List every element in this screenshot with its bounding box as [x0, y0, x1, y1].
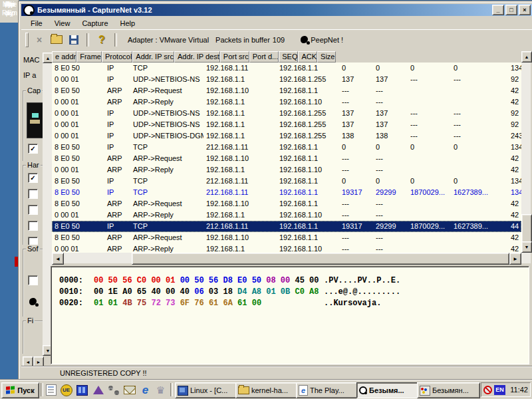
disabled-device-icon[interactable]: [483, 386, 492, 394]
vmware-icon: [178, 386, 188, 396]
menu-item[interactable]: Help: [119, 19, 137, 28]
triangle-icon[interactable]: [91, 383, 105, 397]
titlebar[interactable]: Безымянный - CaptureNet v3.12 _ □ ×: [21, 4, 532, 16]
taskbar-button-label: The Play...: [310, 386, 344, 394]
cell-port-dest: 0: [373, 63, 408, 74]
cell-port-src: 138: [339, 130, 373, 142]
column-header[interactable]: Addr. IP src: [132, 51, 174, 63]
table-row[interactable]: 0 00 01 IP UDP->NETBIOS-NS 192.168.1.1 1…: [52, 108, 521, 119]
checkbox[interactable]: [28, 275, 38, 285]
cell-seq: 1870029...: [408, 187, 451, 198]
sidebar-horizontal-scrollbar[interactable]: ◄ ►: [23, 356, 44, 366]
save-button[interactable]: [66, 32, 82, 48]
start-label: Пуск: [17, 386, 34, 394]
taskbar-button-paint[interactable]: Безымян...: [417, 382, 480, 398]
table-row[interactable]: 0 00 01 ARP ARP->Reply 192.168.1.1 192.1…: [52, 96, 521, 108]
menu-item[interactable]: File: [29, 19, 44, 28]
horizontal-scroll-thumb[interactable]: [132, 253, 509, 265]
scroll-up-icon[interactable]: ▲: [521, 51, 532, 63]
table-row[interactable]: 8 E0 50 ARP ARP->Request 192.168.1.10 19…: [52, 198, 521, 209]
notepad-icon[interactable]: [44, 383, 58, 397]
desktop-icon-label[interactable]: кур: [1, 0, 19, 9]
gears-icon[interactable]: [106, 383, 120, 397]
cell-ip-dest: 192.168.1.10: [277, 164, 339, 176]
checkbox[interactable]: [28, 205, 38, 215]
table-row[interactable]: 8 E0 50 IP TCP 212.168.1.11 192.168.1.1 …: [52, 187, 521, 198]
taskbar-button-linux[interactable]: Linux - [C...: [175, 382, 238, 398]
help-button[interactable]: ?: [94, 32, 110, 48]
ie-icon[interactable]: e: [138, 383, 152, 397]
cell-ip-dest: 192.168.1.255: [277, 119, 339, 130]
taskbar-button-kernel[interactable]: kernel-ha...: [235, 382, 299, 398]
cell-ack: [451, 153, 508, 164]
taskbar-button-capturenet[interactable]: Безымя...: [356, 382, 420, 398]
cell-ip-src: 212.168.1.11: [203, 176, 277, 187]
table-row[interactable]: 8 E0 50 IP TCP 192.168.1.11 192.168.1.1 …: [52, 63, 521, 74]
help-icon: ?: [98, 34, 105, 46]
table-row[interactable]: 8 E0 50 IP TCP 212.168.1.11 192.168.1.1 …: [52, 142, 521, 153]
table-row[interactable]: 8 E0 50 ARP ARP->Request 192.168.1.10 19…: [52, 232, 521, 243]
hex-byte-group: 45 00: [295, 276, 319, 285]
scroll-right-icon[interactable]: ►: [509, 253, 521, 265]
ultraedit-icon[interactable]: UE: [59, 383, 73, 397]
table-row[interactable]: 0 00 01 IP UDP->NETBIOS-DGM 192.168.1.1 …: [52, 130, 521, 142]
column-header[interactable]: Port d...: [249, 51, 279, 63]
taskbar-button-theplay[interactable]: e The Play...: [296, 382, 359, 398]
cell-size: 92: [508, 119, 521, 130]
table-row[interactable]: 0 00 01 ARP ARP->Reply 192.168.1.1 192.1…: [52, 164, 521, 176]
scroll-left-icon[interactable]: ◄: [23, 356, 33, 366]
table-row[interactable]: 0 00 01 ARP ARP->Reply 192.168.1.1 192.1…: [52, 209, 521, 221]
scroll-down-icon[interactable]: ▼: [521, 241, 532, 253]
table-horizontal-scrollbar[interactable]: ◄ ►: [52, 253, 521, 263]
scroll-right-icon[interactable]: ►: [33, 356, 44, 366]
column-header[interactable]: Protocol: [102, 51, 132, 63]
column-header[interactable]: Frame: [76, 51, 102, 63]
column-header[interactable]: Addr. IP dest: [174, 51, 220, 63]
delete-button[interactable]: ×: [31, 32, 47, 48]
start-button[interactable]: Пуск: [1, 382, 39, 398]
checkbox[interactable]: [28, 189, 38, 199]
maximize-button[interactable]: □: [505, 5, 517, 15]
column-header[interactable]: SEQ: [279, 51, 298, 63]
scroll-left-icon[interactable]: ◄: [52, 253, 64, 265]
checkbox[interactable]: ✓: [28, 173, 38, 183]
vertical-scroll-thumb[interactable]: [521, 214, 532, 243]
column-header[interactable]: e addr: [52, 51, 76, 63]
column-header[interactable]: Size: [317, 51, 335, 63]
column-header[interactable]: ACK: [298, 51, 317, 63]
checkbox[interactable]: ✓: [28, 144, 38, 154]
peepnet-label[interactable]: PeepNet !: [311, 36, 343, 44]
taskbar: Пуск UE e ♛ Linux - [C... kernel-ha... e…: [0, 380, 532, 399]
mail-icon[interactable]: [122, 383, 136, 397]
cell-ack: [451, 96, 508, 108]
cell-eth-addr: 8 E0 50: [52, 232, 104, 243]
column-header[interactable]: Port src: [220, 51, 249, 63]
language-indicator[interactable]: EN: [494, 385, 505, 395]
table-vertical-scrollbar[interactable]: ▲ ▼: [521, 51, 531, 263]
table-row[interactable]: 0 00 01 IP UDP->NETBIOS-NS 192.168.1.1 1…: [52, 74, 521, 85]
table-row[interactable]: 8 E0 50 ARP ARP->Request 192.168.1.10 19…: [52, 85, 521, 96]
open-button[interactable]: [49, 32, 65, 48]
minimize-button[interactable]: _: [492, 5, 504, 15]
checkbox[interactable]: [28, 221, 38, 231]
menu-item[interactable]: Capture: [80, 19, 109, 28]
table-body: 8 E0 50 IP TCP 192.168.1.11 192.168.1.1 …: [52, 63, 521, 255]
table-row[interactable]: 8 E0 50 IP TCP 212.168.1.11 192.168.1.1 …: [52, 221, 521, 232]
clock: 11:42: [507, 386, 528, 394]
scroll-up-icon[interactable]: ▲: [43, 53, 52, 63]
table-row[interactable]: 0 00 01 IP UDP->NETBIOS-NS 192.168.1.1 1…: [52, 119, 521, 130]
hex-line: 0020: 01 01 4B 75 72 73 6F 76 61 6A 61 0…: [59, 299, 529, 310]
cell-size: 42: [508, 153, 521, 164]
hand-icon: [29, 298, 37, 305]
peepnet-icon[interactable]: [301, 36, 308, 43]
packets-label: Packets in buffer: [215, 36, 270, 44]
book-icon[interactable]: [75, 383, 89, 397]
cell-protocol: UDP->NETBIOS-DGM: [130, 130, 203, 142]
table-row[interactable]: 8 E0 50 ARP ARP->Request 192.168.1.10 19…: [52, 153, 521, 164]
cell-ip-dest: 192.168.1.255: [277, 74, 339, 85]
menu-item[interactable]: View: [53, 19, 72, 28]
cell-port-dest: 29299: [373, 221, 408, 232]
table-row[interactable]: 8 E0 50 IP TCP 212.168.1.11 192.168.1.1 …: [52, 176, 521, 187]
crown-icon[interactable]: ♛: [154, 383, 168, 397]
close-button[interactable]: ×: [519, 5, 531, 15]
